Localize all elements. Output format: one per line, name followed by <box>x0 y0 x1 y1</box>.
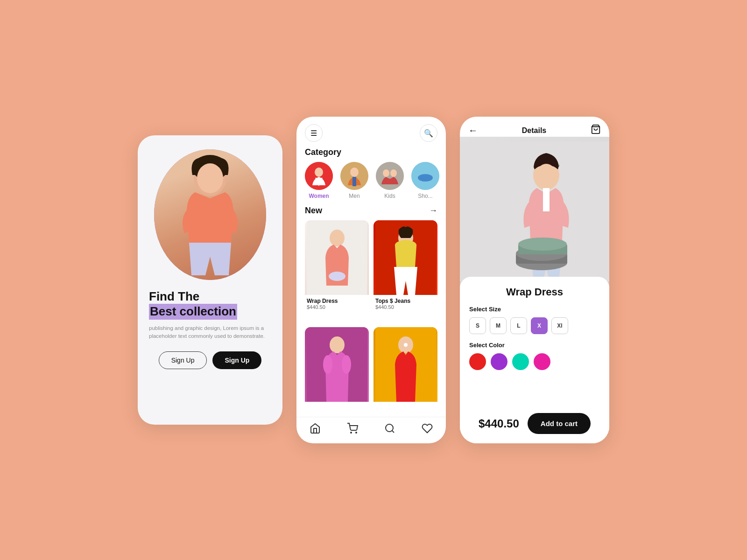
nav-home-icon[interactable] <box>310 423 321 437</box>
size-options: S M L X Xl <box>469 317 600 334</box>
new-arrow-button[interactable]: → <box>429 206 437 216</box>
product-card-pink[interactable] <box>305 327 369 417</box>
category-men[interactable]: Men <box>340 162 368 199</box>
search-icon-button[interactable]: 🔍 <box>420 124 437 142</box>
category-kids[interactable]: Kids <box>376 162 404 199</box>
product-info-4 <box>374 402 437 406</box>
detail-price: $440.50 <box>479 417 519 430</box>
kids-circle <box>376 162 404 190</box>
product-info-3 <box>305 402 369 406</box>
search-icon: 🔍 <box>424 129 433 138</box>
detail-hero-image <box>460 137 609 286</box>
new-title: New <box>305 206 322 216</box>
women-label: Women <box>309 193 329 199</box>
subtitle-text: publishing and graphic design, Lorem ips… <box>149 324 271 341</box>
headline-line2: Best collection <box>149 304 237 320</box>
category-women[interactable]: Women <box>305 162 333 199</box>
color-red[interactable] <box>469 353 486 370</box>
products-grid: Wrap Dress $440.50 <box>296 220 446 417</box>
svg-point-15 <box>329 272 345 281</box>
svg-point-20 <box>323 355 332 374</box>
svg-point-14 <box>330 230 345 246</box>
product-name-2: Tops $ Jeans <box>375 298 436 304</box>
svg-point-21 <box>342 355 351 374</box>
svg-rect-33 <box>543 188 550 211</box>
svg-point-12 <box>418 174 433 182</box>
women-circle <box>305 162 333 190</box>
filter-icon-button[interactable]: ☰ <box>305 124 323 142</box>
hero-image-oval <box>154 149 266 280</box>
signup-filled-button[interactable]: Sign Up <box>212 351 261 369</box>
product-name-1: Wrap Dress <box>307 298 367 304</box>
back-button[interactable]: ← <box>468 125 478 136</box>
detail-product-name: Wrap Dress <box>469 286 600 298</box>
product-info-2: Tops $ Jeans $440.50 <box>374 295 437 312</box>
svg-point-32 <box>536 164 557 188</box>
category-shoes[interactable]: Sho... <box>411 162 439 199</box>
browse-topbar: ☰ 🔍 <box>296 117 446 146</box>
color-teal[interactable] <box>512 353 529 370</box>
screen1-content: Find The Best collection publishing and … <box>138 280 282 377</box>
svg-point-6 <box>350 168 359 177</box>
men-label: Men <box>349 193 359 199</box>
product-card-wrapdress[interactable]: Wrap Dress $440.50 <box>305 220 369 322</box>
svg-point-24 <box>404 343 408 347</box>
screen-detail: ← Details <box>460 117 609 443</box>
shoes-circle <box>411 162 439 190</box>
category-title: Category <box>296 146 446 162</box>
svg-point-4 <box>315 168 323 177</box>
product-image-2 <box>374 220 437 295</box>
product-image-4 <box>374 327 437 402</box>
detail-page-title: Details <box>522 126 546 135</box>
svg-point-19 <box>330 336 345 353</box>
select-color-label: Select Color <box>469 342 600 349</box>
product-price-2: $440.50 <box>375 304 436 310</box>
product-info-1: Wrap Dress $440.50 <box>305 295 369 312</box>
size-s[interactable]: S <box>469 317 486 334</box>
svg-point-2 <box>197 163 223 193</box>
size-x[interactable]: X <box>531 317 548 334</box>
svg-point-26 <box>356 432 357 433</box>
svg-rect-7 <box>352 177 356 186</box>
color-pink[interactable] <box>534 353 550 370</box>
svg-point-38 <box>518 238 567 251</box>
filter-icon: ☰ <box>310 129 317 138</box>
svg-point-25 <box>351 432 352 433</box>
bottom-navigation <box>296 417 446 443</box>
nav-heart-icon[interactable] <box>422 423 433 437</box>
color-options <box>469 353 600 370</box>
new-section-header: New → <box>296 206 446 220</box>
detail-panel: Wrap Dress Select Size S M L X Xl Select… <box>460 277 609 443</box>
detail-topbar: ← Details <box>460 117 609 137</box>
product-price-1: $440.50 <box>307 304 367 310</box>
nav-search-icon[interactable] <box>384 423 395 437</box>
nav-cart-icon[interactable] <box>347 423 358 437</box>
detail-bottom-bar: $440.50 Add to cart <box>469 406 600 443</box>
product-image-3 <box>305 327 369 402</box>
headline-line1: Find The <box>149 289 271 304</box>
svg-point-27 <box>386 424 393 432</box>
size-xl[interactable]: Xl <box>551 317 568 334</box>
screen-browse: ☰ 🔍 Category Women <box>296 117 446 443</box>
button-row: Sign Up Sign Up <box>149 351 271 369</box>
detail-cart-icon[interactable] <box>591 124 601 137</box>
hero-model-image <box>154 149 266 280</box>
select-size-label: Select Size <box>469 306 600 313</box>
svg-point-9 <box>383 169 389 177</box>
kids-label: Kids <box>384 193 395 199</box>
shoes-label: Sho... <box>418 193 432 199</box>
color-purple[interactable] <box>491 353 507 370</box>
size-l[interactable]: L <box>510 317 527 334</box>
svg-point-10 <box>390 169 397 177</box>
size-m[interactable]: M <box>490 317 507 334</box>
screens-container: Find The Best collection publishing and … <box>119 98 628 462</box>
product-card-topsjeans[interactable]: Tops $ Jeans $440.50 <box>374 220 437 322</box>
svg-point-8 <box>376 162 404 190</box>
screen-onboarding: Find The Best collection publishing and … <box>138 135 282 425</box>
product-image-1 <box>305 220 369 295</box>
category-list: Women Men <box>296 162 446 206</box>
men-circle <box>340 162 368 190</box>
signup-outline-button[interactable]: Sign Up <box>159 351 207 369</box>
add-to-cart-button[interactable]: Add to cart <box>528 413 591 434</box>
product-card-yellow[interactable] <box>374 327 437 417</box>
